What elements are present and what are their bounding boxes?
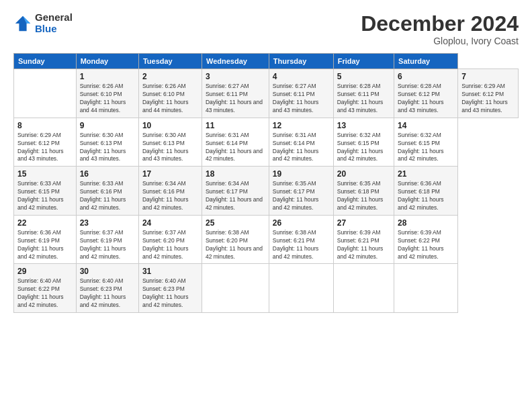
calendar-cell: 31Sunrise: 6:40 AMSunset: 6:23 PMDayligh… [138, 264, 202, 313]
calendar-cell: 21Sunrise: 6:36 AMSunset: 6:18 PMDayligh… [394, 167, 458, 216]
day-number: 14 [398, 121, 454, 130]
day-info: Sunrise: 6:37 AMSunset: 6:19 PMDaylight:… [80, 229, 135, 261]
day-info: Sunrise: 6:36 AMSunset: 6:19 PMDaylight:… [17, 229, 73, 261]
calendar-cell: 19Sunrise: 6:35 AMSunset: 6:17 PMDayligh… [269, 167, 333, 216]
logo: General Blue [13, 12, 73, 34]
day-number: 4 [273, 72, 330, 81]
logo-general: General [35, 12, 73, 24]
column-header-friday: Friday [333, 54, 394, 69]
calendar-cell: 8Sunrise: 6:29 AMSunset: 6:12 PMDaylight… [14, 118, 77, 167]
calendar-cell: 6Sunrise: 6:28 AMSunset: 6:12 PMDaylight… [394, 69, 458, 118]
day-number: 13 [337, 121, 390, 130]
logo-text: General Blue [35, 12, 73, 34]
calendar-cell [269, 264, 333, 313]
calendar-cell: 18Sunrise: 6:34 AMSunset: 6:17 PMDayligh… [202, 167, 269, 216]
calendar-page: General Blue December 2024 Gloplou, Ivor… [0, 0, 532, 411]
day-number: 6 [398, 72, 454, 81]
location-title: Gloplou, Ivory Coast [361, 36, 519, 46]
week-row-5: 29Sunrise: 6:40 AMSunset: 6:22 PMDayligh… [14, 264, 519, 313]
calendar-cell: 10Sunrise: 6:30 AMSunset: 6:13 PMDayligh… [138, 118, 202, 167]
column-header-tuesday: Tuesday [138, 54, 202, 69]
calendar-cell: 29Sunrise: 6:40 AMSunset: 6:22 PMDayligh… [14, 264, 77, 313]
day-info: Sunrise: 6:38 AMSunset: 6:20 PMDaylight:… [206, 229, 265, 261]
day-info: Sunrise: 6:35 AMSunset: 6:17 PMDaylight:… [273, 180, 330, 212]
calendar-cell: 30Sunrise: 6:40 AMSunset: 6:23 PMDayligh… [76, 264, 138, 313]
day-info: Sunrise: 6:38 AMSunset: 6:21 PMDaylight:… [273, 229, 330, 261]
day-info: Sunrise: 6:33 AMSunset: 6:15 PMDaylight:… [17, 180, 73, 212]
day-info: Sunrise: 6:26 AMSunset: 6:10 PMDaylight:… [142, 83, 198, 115]
day-number: 1 [80, 72, 135, 81]
day-info: Sunrise: 6:40 AMSunset: 6:23 PMDaylight:… [142, 277, 198, 310]
calendar-table: SundayMondayTuesdayWednesdayThursdayFrid… [13, 53, 519, 313]
day-number: 29 [17, 267, 73, 276]
day-number: 21 [398, 169, 454, 179]
calendar-cell: 28Sunrise: 6:39 AMSunset: 6:22 PMDayligh… [394, 215, 458, 264]
week-row-4: 22Sunrise: 6:36 AMSunset: 6:19 PMDayligh… [14, 215, 519, 264]
day-info: Sunrise: 6:40 AMSunset: 6:22 PMDaylight:… [17, 277, 73, 310]
calendar-header-row: SundayMondayTuesdayWednesdayThursdayFrid… [14, 54, 519, 69]
day-info: Sunrise: 6:34 AMSunset: 6:16 PMDaylight:… [142, 180, 198, 212]
column-header-saturday: Saturday [394, 54, 458, 69]
calendar-cell: 4Sunrise: 6:27 AMSunset: 6:11 PMDaylight… [269, 69, 333, 118]
day-number: 22 [17, 218, 73, 228]
week-row-2: 8Sunrise: 6:29 AMSunset: 6:12 PMDaylight… [14, 118, 519, 167]
calendar-cell [14, 69, 77, 118]
day-info: Sunrise: 6:26 AMSunset: 6:10 PMDaylight:… [80, 83, 135, 115]
day-info: Sunrise: 6:29 AMSunset: 6:12 PMDaylight:… [17, 132, 73, 164]
day-info: Sunrise: 6:36 AMSunset: 6:18 PMDaylight:… [398, 180, 454, 212]
day-number: 15 [17, 169, 73, 179]
calendar-cell: 2Sunrise: 6:26 AMSunset: 6:10 PMDaylight… [138, 69, 202, 118]
calendar-cell: 14Sunrise: 6:32 AMSunset: 6:15 PMDayligh… [394, 118, 458, 167]
day-number: 9 [80, 121, 135, 130]
day-info: Sunrise: 6:30 AMSunset: 6:13 PMDaylight:… [142, 132, 198, 164]
column-header-thursday: Thursday [269, 54, 333, 69]
calendar-cell: 23Sunrise: 6:37 AMSunset: 6:19 PMDayligh… [76, 215, 138, 264]
calendar-cell: 25Sunrise: 6:38 AMSunset: 6:20 PMDayligh… [202, 215, 269, 264]
calendar-cell: 20Sunrise: 6:35 AMSunset: 6:18 PMDayligh… [333, 167, 394, 216]
day-number: 27 [337, 218, 390, 228]
calendar-cell [394, 264, 458, 313]
calendar-cell: 12Sunrise: 6:31 AMSunset: 6:14 PMDayligh… [269, 118, 333, 167]
day-info: Sunrise: 6:32 AMSunset: 6:15 PMDaylight:… [398, 132, 454, 164]
day-info: Sunrise: 6:33 AMSunset: 6:16 PMDaylight:… [80, 180, 135, 212]
day-number: 8 [17, 121, 73, 130]
day-info: Sunrise: 6:27 AMSunset: 6:11 PMDaylight:… [273, 83, 330, 115]
day-number: 18 [206, 169, 265, 179]
day-number: 16 [80, 169, 135, 179]
day-number: 24 [142, 218, 198, 228]
calendar-cell: 15Sunrise: 6:33 AMSunset: 6:15 PMDayligh… [14, 167, 77, 216]
column-header-wednesday: Wednesday [202, 54, 269, 69]
day-info: Sunrise: 6:40 AMSunset: 6:23 PMDaylight:… [80, 277, 135, 310]
calendar-cell: 9Sunrise: 6:30 AMSunset: 6:13 PMDaylight… [76, 118, 138, 167]
day-info: Sunrise: 6:32 AMSunset: 6:15 PMDaylight:… [337, 132, 390, 164]
day-number: 26 [273, 218, 330, 228]
header: General Blue December 2024 Gloplou, Ivor… [13, 12, 519, 46]
day-number: 3 [206, 72, 265, 81]
calendar-cell: 7Sunrise: 6:29 AMSunset: 6:12 PMDaylight… [458, 69, 519, 118]
day-info: Sunrise: 6:27 AMSunset: 6:11 PMDaylight:… [206, 83, 265, 115]
column-header-sunday: Sunday [14, 54, 77, 69]
day-info: Sunrise: 6:29 AMSunset: 6:12 PMDaylight:… [461, 83, 515, 115]
day-number: 28 [398, 218, 454, 228]
day-number: 11 [206, 121, 265, 130]
calendar-cell: 16Sunrise: 6:33 AMSunset: 6:16 PMDayligh… [76, 167, 138, 216]
day-number: 20 [337, 169, 390, 179]
day-number: 10 [142, 121, 198, 130]
day-info: Sunrise: 6:30 AMSunset: 6:13 PMDaylight:… [80, 132, 135, 164]
day-info: Sunrise: 6:35 AMSunset: 6:18 PMDaylight:… [337, 180, 390, 212]
day-number: 19 [273, 169, 330, 179]
calendar-cell: 5Sunrise: 6:28 AMSunset: 6:11 PMDaylight… [333, 69, 394, 118]
week-row-3: 15Sunrise: 6:33 AMSunset: 6:15 PMDayligh… [14, 167, 519, 216]
day-info: Sunrise: 6:28 AMSunset: 6:11 PMDaylight:… [337, 83, 390, 115]
calendar-cell: 1Sunrise: 6:26 AMSunset: 6:10 PMDaylight… [76, 69, 138, 118]
logo-blue: Blue [35, 24, 73, 35]
day-number: 12 [273, 121, 330, 130]
month-title: December 2024 [361, 12, 519, 36]
day-number: 23 [80, 218, 135, 228]
day-number: 2 [142, 72, 198, 81]
calendar-cell: 13Sunrise: 6:32 AMSunset: 6:15 PMDayligh… [333, 118, 394, 167]
day-number: 25 [206, 218, 265, 228]
day-info: Sunrise: 6:37 AMSunset: 6:20 PMDaylight:… [142, 229, 198, 261]
day-info: Sunrise: 6:39 AMSunset: 6:21 PMDaylight:… [337, 229, 390, 261]
day-number: 30 [80, 267, 135, 276]
